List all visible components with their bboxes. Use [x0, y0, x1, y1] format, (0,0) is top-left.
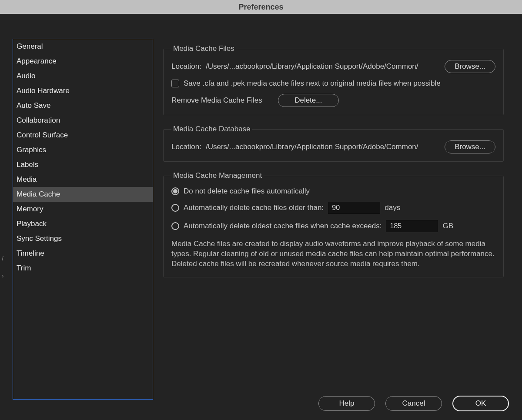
group-legend: Media Cache Files: [171, 44, 236, 53]
group-legend: Media Cache Database: [171, 125, 252, 133]
delete-when-exceeds-gb-input[interactable]: [386, 220, 438, 232]
radio-delete-when-exceeds[interactable]: [171, 222, 179, 230]
sidebar-item-memory[interactable]: Memory: [13, 202, 153, 217]
window-title: Preferences: [238, 3, 283, 12]
radio-delete-older-than-label: Automatically delete cache files older t…: [184, 203, 324, 212]
sidebar-item-label: Timeline: [17, 249, 44, 258]
sidebar-item-playback[interactable]: Playback: [13, 217, 153, 231]
sidebar-item-label: Memory: [17, 205, 43, 213]
group-legend: Media Cache Management: [171, 171, 264, 180]
sidebar-item-general[interactable]: General: [13, 39, 153, 54]
delete-older-than-days-input[interactable]: [328, 202, 380, 214]
sidebar-item-label: Graphics: [17, 146, 46, 154]
panel-collapse-glyphs: /›: [2, 255, 4, 289]
group-media-cache-management: Media Cache Management Do not delete cac…: [163, 171, 504, 277]
group-media-cache-files: Media Cache Files Location: /Users/...ac…: [163, 44, 504, 115]
media-cache-database-path: /Users/...acbookpro/Library/Application …: [206, 143, 440, 151]
sidebar-item-label: Appearance: [17, 57, 57, 66]
remove-media-cache-files-label: Remove Media Cache Files: [171, 96, 262, 105]
sidebar-item-audio[interactable]: Audio: [13, 69, 153, 83]
sidebar-item-control-surface[interactable]: Control Surface: [13, 128, 153, 143]
sidebar-item-label: Audio: [17, 72, 35, 80]
radio-do-not-delete-label: Do not delete cache files automatically: [184, 187, 310, 196]
delete-media-cache-files-button[interactable]: Delete...: [278, 94, 339, 107]
sidebar-item-label: General: [17, 42, 43, 51]
browse-media-cache-database-button[interactable]: Browse...: [445, 140, 495, 153]
sidebar-item-collaboration[interactable]: Collaboration: [13, 113, 153, 128]
preferences-category-list[interactable]: GeneralAppearanceAudioAudio HardwareAuto…: [13, 39, 153, 400]
radio-delete-older-than[interactable]: [171, 204, 179, 212]
sidebar-item-label: Media Cache: [17, 190, 60, 199]
sidebar-item-label: Auto Save: [17, 101, 50, 110]
sidebar-item-label: Sync Settings: [17, 234, 62, 243]
location-label: Location:: [171, 62, 201, 71]
save-next-to-original-checkbox[interactable]: [171, 80, 179, 87]
radio-delete-when-exceeds-label: Automatically delete oldest cache files …: [184, 222, 381, 230]
ok-button[interactable]: OK: [452, 396, 509, 411]
sidebar-item-label: Media: [17, 175, 37, 184]
sidebar-item-media-cache[interactable]: Media Cache: [13, 187, 153, 202]
sidebar-item-sync-settings[interactable]: Sync Settings: [13, 231, 153, 246]
save-next-to-original-label: Save .cfa and .pek media cache files nex…: [184, 79, 441, 88]
cancel-button[interactable]: Cancel: [385, 396, 442, 411]
radio-do-not-delete[interactable]: [171, 187, 179, 195]
sidebar-item-label: Control Surface: [17, 131, 68, 140]
browse-media-cache-files-button[interactable]: Browse...: [445, 60, 495, 73]
sidebar-item-audio-hardware[interactable]: Audio Hardware: [13, 83, 153, 98]
sidebar-item-trim[interactable]: Trim: [13, 261, 153, 276]
sidebar-item-label: Audio Hardware: [17, 87, 70, 95]
media-cache-files-path: /Users/...acbookpro/Library/Application …: [206, 62, 440, 71]
days-unit-label: days: [385, 203, 400, 212]
help-button[interactable]: Help: [318, 396, 375, 411]
gb-unit-label: GB: [442, 222, 453, 230]
sidebar-item-label: Labels: [17, 160, 38, 169]
sidebar-item-labels[interactable]: Labels: [13, 157, 153, 172]
sidebar-item-timeline[interactable]: Timeline: [13, 246, 153, 261]
sidebar-item-label: Playback: [17, 220, 47, 228]
media-cache-management-description: Media Cache files are created to display…: [171, 239, 495, 269]
sidebar-item-auto-save[interactable]: Auto Save: [13, 98, 153, 113]
sidebar-item-media[interactable]: Media: [13, 172, 153, 187]
sidebar-item-appearance[interactable]: Appearance: [13, 54, 153, 69]
location-label: Location:: [171, 143, 201, 151]
sidebar-item-label: Trim: [17, 264, 31, 273]
sidebar-item-label: Collaboration: [17, 116, 60, 125]
window-titlebar: Preferences: [0, 0, 522, 14]
group-media-cache-database: Media Cache Database Location: /Users/..…: [163, 125, 504, 162]
dialog-footer: Help Cancel OK: [318, 396, 509, 411]
sidebar-item-graphics[interactable]: Graphics: [13, 143, 153, 157]
